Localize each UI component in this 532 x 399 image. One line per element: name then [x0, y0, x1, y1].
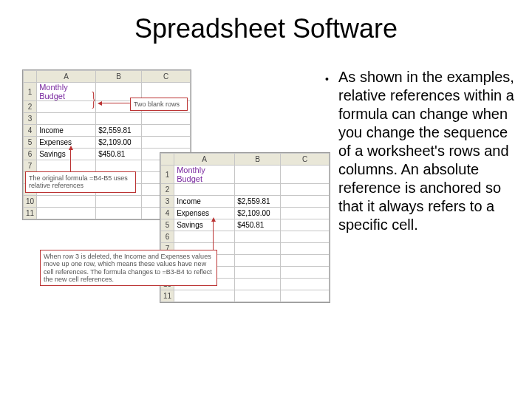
bullet-glyph: •	[325, 73, 329, 85]
col-header-c: C	[281, 154, 330, 166]
col-header-a: A	[174, 154, 235, 166]
cell-expenses-label: Expenses	[37, 137, 96, 149]
row-header: 1	[24, 83, 37, 101]
corner-cell	[24, 71, 37, 83]
body-paragraph: As shown in the examples, relative refer…	[338, 68, 514, 234]
brace-icon: }	[91, 87, 96, 111]
callout-deleted-row: When row 3 is deleted, the Income and Ex…	[40, 250, 217, 286]
row-header: 3	[24, 113, 37, 125]
callout-blank-rows: Two blank rows	[130, 98, 188, 111]
row-header: 2	[161, 184, 174, 196]
row-header: 5	[161, 219, 174, 231]
row-header: 10	[24, 196, 37, 208]
row-header: 4	[161, 208, 174, 219]
row-header: 6	[24, 149, 37, 160]
cell-income-label: Income	[37, 125, 96, 137]
slide-title: Spreadsheet Software	[0, 13, 532, 44]
arrow-to-savings	[70, 150, 71, 171]
row-header: 11	[24, 208, 37, 219]
cell-expenses-label: Expenses	[174, 208, 235, 219]
row-header: 2	[24, 101, 37, 113]
cell-savings-value: $450.81	[235, 219, 281, 231]
cell-expenses-value: $2,109.00	[96, 137, 142, 149]
cell-budget-title: Monthly Budget	[37, 83, 96, 101]
row-header: 3	[161, 196, 174, 208]
cell-income-value: $2,559.81	[235, 196, 281, 208]
row-header: 11	[161, 290, 174, 302]
cell-expenses-value: $2,109.00	[235, 208, 281, 219]
cell-budget-title: Monthly Budget	[174, 166, 235, 184]
callout-orig-formula: The original formula =B4-B5 uses relativ…	[25, 171, 136, 193]
cell-income-value: $2,559.81	[96, 125, 142, 137]
row-header: 5	[24, 137, 37, 149]
col-header-b: B	[235, 154, 281, 166]
col-header-c: C	[142, 71, 191, 83]
cell-savings-label: Savings	[37, 149, 96, 160]
cell-income-label: Income	[174, 196, 235, 208]
row-header: 1	[161, 166, 174, 184]
col-header-b: B	[96, 71, 142, 83]
corner-cell	[161, 154, 174, 166]
arrow-to-blank-rows	[102, 103, 130, 103]
row-header: 4	[24, 125, 37, 137]
col-header-a: A	[37, 71, 96, 83]
row-header: 7	[24, 160, 37, 172]
arrow-to-savings-2	[213, 222, 214, 250]
row-header: 6	[161, 231, 174, 243]
cell-savings-value: $450.81	[96, 149, 142, 160]
cell-savings-label: Savings	[174, 219, 235, 231]
